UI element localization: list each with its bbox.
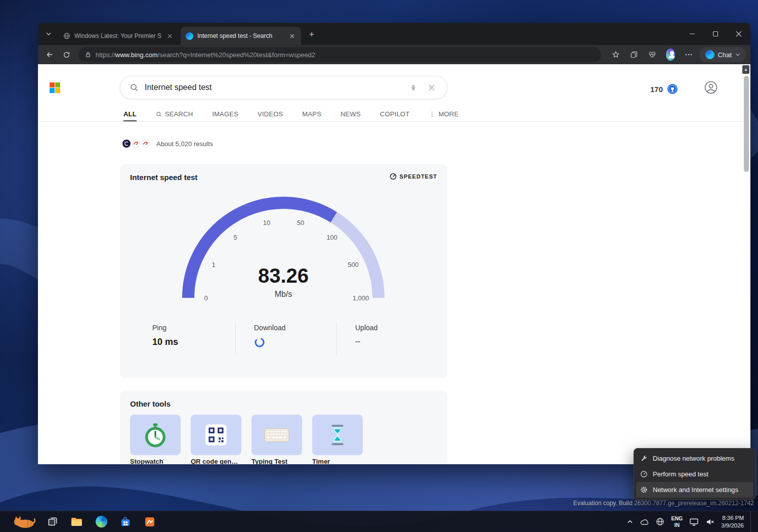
browser-tab-active[interactable]: Internet speed test - Search [181,27,301,45]
taskbar-apps [0,513,160,530]
microsoft-store-button[interactable] [115,513,136,530]
store-bag-icon [120,516,131,527]
ellipsis-icon [685,51,693,59]
back-button[interactable] [42,47,57,62]
speedometer-icon [640,470,648,478]
vertical-dots-icon: ⋮ [429,110,435,118]
qr-code-icon [203,422,229,448]
favorite-star-button[interactable] [608,47,623,62]
profile-avatar-button[interactable] [663,47,678,62]
tab-title: Internet speed test - Search [197,32,284,39]
tool-label-qr[interactable]: QR code generator [191,458,241,464]
site-favicon-speedometer [142,140,150,148]
search-icon [156,111,162,117]
copilot-swirl-icon [705,50,714,59]
bing-favicon-icon [186,32,193,40]
cat-widget-button[interactable] [10,513,38,530]
tab-label: IMAGES [212,110,238,118]
typing-test-tile[interactable] [251,415,302,455]
tab-videos[interactable]: VIDEOS [258,110,283,122]
tool-label-stopwatch[interactable]: Stopwatch [130,458,181,464]
brand-label: SPEEDTEST [400,173,437,180]
star-icon [612,51,620,59]
tab-label: MAPS [302,110,321,118]
voice-search-button[interactable] [407,81,419,94]
tool-label-timer[interactable]: Timer [312,458,363,464]
tab-images[interactable]: IMAGES [212,110,238,122]
browser-window: Windows Latest: Your Premier Sou Interne… [38,23,750,464]
ethernet-display-icon [689,517,699,526]
settings-more-button[interactable] [681,47,696,62]
refresh-button[interactable] [59,47,74,62]
tool-labels: Stopwatch QR code generator Typing Test … [130,458,363,464]
clock[interactable]: 8:36 PM 3/9/2026 [721,514,744,529]
ms-logo-square-blue [50,88,55,93]
language-switcher[interactable]: ENG IN [671,515,683,528]
tray-cloud-button[interactable] [640,518,649,525]
browser-essentials-button[interactable] [645,47,660,62]
tab-more[interactable]: ⋮MORE [429,110,458,122]
tab-search[interactable]: SEARCH [156,110,193,122]
tab-label: SEARCH [165,110,193,118]
new-tab-button[interactable]: + [305,28,318,40]
menu-item-network-settings[interactable]: Network and Internet settings [636,482,753,498]
address-bar[interactable]: https://www.bing.com/search?q=Internet%2… [78,47,601,62]
collections-button[interactable] [626,47,642,62]
gauge-scale-label: 10 [263,219,270,227]
stopwatch-tile[interactable] [130,415,181,455]
browser-tab-inactive[interactable]: Windows Latest: Your Premier Sou [58,27,179,45]
close-tab-icon[interactable] [288,32,296,40]
tab-search-button[interactable] [42,28,55,40]
chevron-up-icon [626,518,634,525]
profile-button[interactable] [704,80,718,95]
ms-logo-square-yellow [55,88,60,93]
rewards-count: 170 [650,85,663,94]
url-path: /search?q=Internet%20speed%20test&form=w… [158,51,315,59]
menu-item-speed-test[interactable]: Perform speed test [636,466,753,482]
tab-all[interactable]: ALL [123,110,137,122]
back-arrow-icon [46,51,54,59]
network-button[interactable] [689,517,699,526]
task-view-button[interactable] [43,513,63,530]
microsoft-logo[interactable] [50,82,60,93]
close-tab-icon[interactable] [165,32,174,40]
visual-search-button[interactable] [426,81,438,94]
minimize-button[interactable] [681,23,704,45]
site-favicon-speedometer [132,140,140,148]
hidden-icons-button[interactable] [626,518,634,525]
ping-stat: Ping 10 ms [120,322,235,355]
close-icon [167,34,172,38]
chat-button[interactable]: Chat [699,47,746,62]
edge-button[interactable] [91,513,111,530]
file-explorer-button[interactable] [67,513,87,530]
tab-strip: Windows Latest: Your Premier Sou Interne… [38,23,750,45]
volume-button[interactable] [705,518,714,526]
folder-icon [71,517,83,527]
app-button-orange[interactable] [140,513,160,530]
search-box[interactable]: Internet speed test [120,76,447,99]
rewards-points[interactable]: 170 [650,83,678,95]
url-text: https://www.bing.com/search?q=Internet%2… [96,51,315,59]
qr-code-tile[interactable] [191,415,241,455]
scrollbar-thumb[interactable] [744,76,749,172]
maximize-button[interactable] [704,23,727,45]
date: 3/9/2026 [721,522,744,528]
speedtest-brand[interactable]: SPEEDTEST [390,173,437,180]
tool-label-typing[interactable]: Typing Test [251,458,302,464]
menu-item-diagnose[interactable]: Diagnose network problems [636,451,753,466]
tab-news[interactable]: NEWS [341,110,361,122]
ms-logo-square-green [55,82,60,87]
time: 8:36 PM [722,515,744,521]
chat-label: Chat [718,51,732,59]
tab-copilot[interactable]: COPILOT [380,110,409,122]
ms-logo-square-red [50,82,55,87]
tab-maps[interactable]: MAPS [302,110,321,122]
scrollbar-up-arrow[interactable]: ▲ [742,65,749,74]
timer-tile[interactable] [312,415,363,455]
rewards-medal-icon [667,83,678,95]
tray-globe-button[interactable] [656,517,664,526]
close-window-button[interactable] [727,23,750,45]
other-tools-title: Other tools [130,400,171,408]
show-desktop-button[interactable] [750,511,753,532]
close-icon [290,34,294,38]
